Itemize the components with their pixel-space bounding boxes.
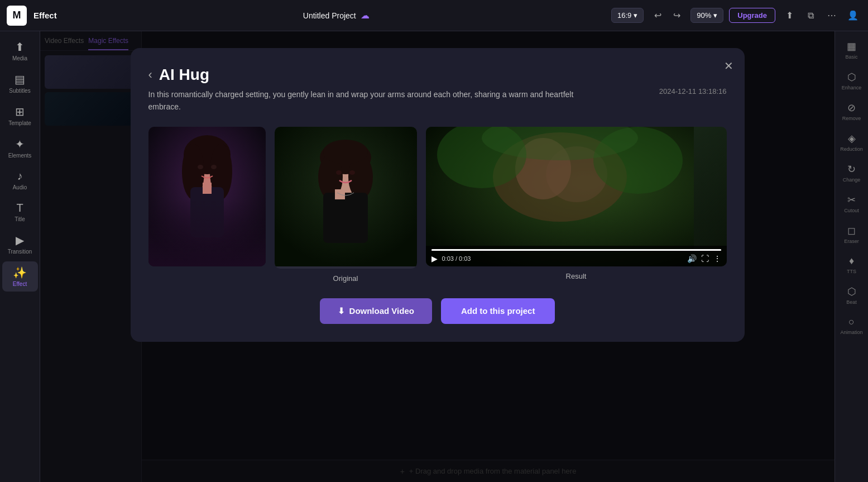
- template-icon: ⊞: [15, 105, 25, 118]
- cloud-sync-icon[interactable]: ☁: [361, 10, 370, 21]
- ai-hug-modal: ‹ AI Hug ✕ In this romantically charged …: [131, 48, 745, 342]
- modal-actions: ⬇ Download Video Add to this project: [148, 298, 727, 324]
- sidebar-item-template[interactable]: ⊞ Template: [2, 101, 38, 131]
- reduct-icon: ◈: [848, 132, 856, 145]
- subtitles-icon: ▤: [15, 73, 25, 86]
- right-item-animation[interactable]: ○ Animation: [836, 312, 867, 340]
- right-item-basic[interactable]: ▦ Basic: [836, 36, 867, 64]
- sidebar-label-title: Title: [15, 216, 25, 222]
- right-item-reduct[interactable]: ◈ Reduction: [836, 128, 867, 156]
- modal-description: In this romantically charged setting, yo…: [148, 88, 606, 113]
- original-image-2: [275, 127, 417, 269]
- close-button[interactable]: ✕: [724, 59, 733, 73]
- right-label-remove: Remove: [842, 116, 861, 121]
- sidebar-item-media[interactable]: ⬆ Media: [2, 36, 38, 66]
- right-item-beat[interactable]: ⬡ Beat: [836, 281, 867, 309]
- back-button[interactable]: ‹: [148, 69, 152, 81]
- effect-icon: ✨: [13, 266, 27, 279]
- video-controls-row: ▶ 0:03 / 0:03 🔊 ⛶ ⋮: [431, 254, 721, 263]
- animation-icon: ○: [848, 316, 855, 328]
- right-label-tts: TTS: [847, 269, 856, 274]
- result-video[interactable]: ▶ 0:03 / 0:03 🔊 ⛶ ⋮: [426, 127, 727, 266]
- svg-rect-6: [203, 183, 212, 194]
- volume-icon[interactable]: 🔊: [687, 254, 697, 263]
- add-to-project-button[interactable]: Add to this project: [441, 298, 555, 324]
- topbar-center: Untitled Project ☁: [68, 10, 605, 21]
- video-controls: ▶ 0:03 / 0:03 🔊 ⛶ ⋮: [426, 246, 727, 266]
- modal-header: ‹ AI Hug: [148, 66, 727, 84]
- right-label-cutout: Cutout: [844, 208, 859, 213]
- remove-icon: ⊘: [847, 102, 856, 114]
- right-label-eraser: Eraser: [844, 238, 859, 244]
- upgrade-button[interactable]: Upgrade: [729, 8, 775, 23]
- sidebar-item-effect[interactable]: ✨ Effect: [2, 261, 38, 292]
- transition-icon: ▶: [16, 233, 24, 247]
- video-progress-fill: [431, 249, 721, 251]
- sidebar-item-title[interactable]: T Title: [2, 197, 38, 227]
- tts-icon: ♦: [849, 255, 854, 267]
- play-button[interactable]: ▶: [431, 254, 438, 263]
- person-svg-1: [148, 127, 266, 266]
- sidebar-label-media: Media: [12, 55, 27, 61]
- right-item-cutout[interactable]: ✂ Cutout: [836, 189, 867, 218]
- sidebar-label-transition: Transition: [8, 249, 32, 255]
- upload-icon[interactable]: ⬆: [781, 7, 798, 24]
- eraser-icon: ◻: [847, 225, 856, 237]
- sidebar-label-template: Template: [8, 120, 31, 126]
- sidebar-item-subtitles[interactable]: ▤ Subtitles: [2, 68, 38, 98]
- zoom-button[interactable]: 90% ▾: [690, 8, 723, 23]
- more-icon[interactable]: ⋯: [823, 7, 840, 24]
- right-label-change: Change: [843, 177, 861, 183]
- undo-button[interactable]: ↩: [649, 7, 666, 24]
- right-item-tts[interactable]: ♦ TTS: [836, 251, 867, 279]
- right-item-enhance[interactable]: ⬡ Enhance: [836, 66, 867, 95]
- svg-point-8: [211, 165, 217, 169]
- result-label: Result: [566, 272, 587, 280]
- undo-redo-group: ↩ ↪: [649, 7, 685, 24]
- original-col-2: Original: [275, 127, 417, 283]
- share-icon[interactable]: ⧉: [802, 7, 819, 24]
- basic-icon: ▦: [847, 40, 856, 53]
- right-label-reduct: Reduction: [840, 146, 863, 152]
- cutout-icon: ✂: [847, 194, 856, 206]
- video-time: 0:03 / 0:03: [442, 255, 683, 262]
- video-progress-bar[interactable]: [431, 249, 721, 251]
- user-icon[interactable]: 👤: [845, 7, 861, 24]
- app-logo: M: [7, 6, 27, 26]
- elements-icon: ✦: [15, 137, 25, 151]
- topbar-right: 16:9 ▾ ↩ ↪ 90% ▾ Upgrade ⬆ ⧉ ⋯ 👤: [611, 7, 861, 24]
- sidebar-label-elements: Elements: [8, 152, 32, 159]
- app-title: Effect: [33, 11, 57, 20]
- result-col: ▶ 0:03 / 0:03 🔊 ⛶ ⋮ Result: [426, 127, 727, 283]
- right-item-eraser[interactable]: ◻ Eraser: [836, 220, 867, 249]
- modal-images: Original: [148, 127, 727, 283]
- right-item-change[interactable]: ↻ Change: [836, 159, 867, 187]
- modal-overlay: ‹ AI Hug ✕ In this romantically charged …: [40, 31, 835, 482]
- original-col-1: [148, 127, 266, 283]
- sidebar-item-audio[interactable]: ♪ Audio: [2, 165, 38, 195]
- original-label: Original: [333, 274, 358, 283]
- right-label-animation: Animation: [840, 330, 862, 335]
- svg-point-17: [336, 170, 342, 175]
- modal-title: AI Hug: [159, 66, 209, 84]
- right-label-beat: Beat: [846, 299, 857, 305]
- sidebar-label-effect: Effect: [13, 281, 27, 287]
- right-item-remove[interactable]: ⊘ Remove: [836, 97, 867, 126]
- more-options-icon[interactable]: ⋮: [713, 254, 721, 263]
- aspect-ratio-button[interactable]: 16:9 ▾: [611, 8, 644, 23]
- download-video-button[interactable]: ⬇ Download Video: [320, 298, 432, 324]
- sidebar-item-transition[interactable]: ▶ Transition: [2, 229, 38, 259]
- sidebar-label-subtitles: Subtitles: [9, 88, 30, 94]
- svg-rect-5: [190, 187, 224, 237]
- svg-point-18: [349, 170, 355, 175]
- enhance-icon: ⬡: [847, 71, 856, 83]
- svg-point-7: [198, 165, 203, 169]
- svg-rect-15: [323, 193, 368, 243]
- redo-button[interactable]: ↪: [668, 7, 685, 24]
- person-svg-2: [275, 127, 417, 266]
- main-layout: ⬆ Media ▤ Subtitles ⊞ Template ✦ Element…: [0, 31, 868, 482]
- fullscreen-icon[interactable]: ⛶: [701, 254, 709, 263]
- canvas-area: + + Drag and drop media from the materia…: [142, 31, 835, 482]
- title-icon: T: [16, 202, 23, 214]
- sidebar-item-elements[interactable]: ✦ Elements: [2, 133, 38, 163]
